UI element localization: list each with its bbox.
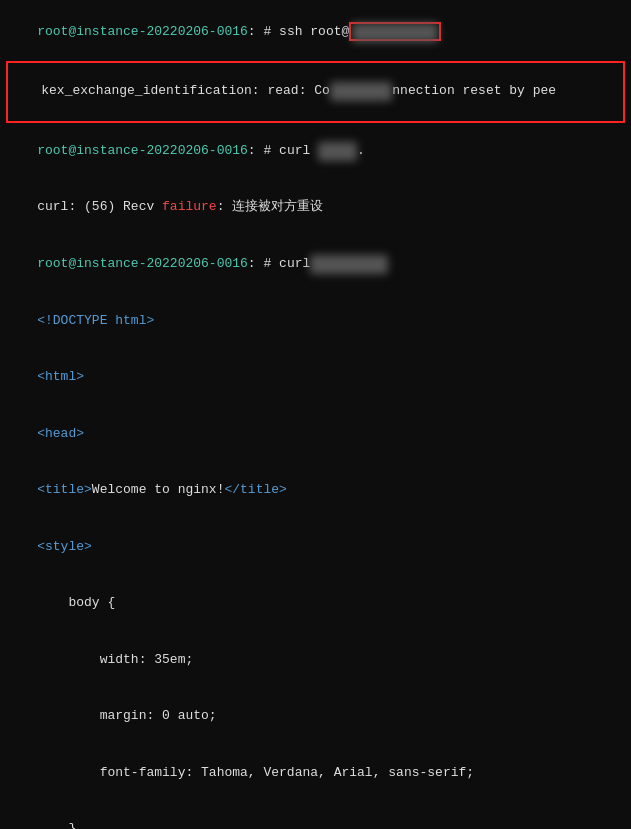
- prompt: root@instance-20220206-0016: [37, 24, 248, 39]
- terminal-line: <title>Welcome to nginx!</title>: [6, 462, 625, 519]
- terminal-line: width: 35em;: [6, 632, 625, 689]
- failure-text: failure: [162, 199, 217, 214]
- terminal-line: root@instance-20220206-0016: # curl .: [6, 123, 625, 180]
- terminal-line: }: [6, 801, 625, 829]
- terminal-line: <!DOCTYPE html>: [6, 293, 625, 350]
- terminal-window: root@instance-20220206-0016: # ssh root@…: [0, 0, 631, 829]
- terminal-line: root@instance-20220206-0016: # ssh root@: [6, 4, 625, 61]
- terminal-line: root@instance-20220206-0016: # curl: [6, 236, 625, 293]
- terminal-line: body {: [6, 575, 625, 632]
- terminal-line-redbox: kex_exchange_identification: read: Co nn…: [6, 61, 625, 124]
- terminal-line: font-family: Tahoma, Verdana, Arial, san…: [6, 745, 625, 802]
- terminal-line: <html>: [6, 349, 625, 406]
- terminal-line: margin: 0 auto;: [6, 688, 625, 745]
- terminal-line: <head>: [6, 406, 625, 463]
- redbox-highlight: [349, 22, 441, 41]
- terminal-line: curl: (56) Recv failure: 连接被对方重设: [6, 180, 625, 237]
- terminal-line: <style>: [6, 519, 625, 576]
